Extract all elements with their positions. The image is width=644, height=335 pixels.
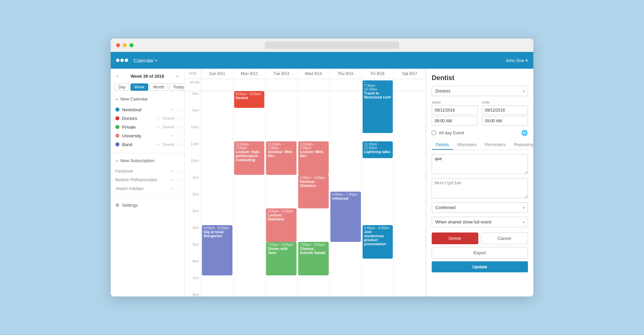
event-lecture-webdev[interactable]: 11:00am - 1:00pm Lecture: Web Dev — [298, 141, 329, 175]
day-view-button[interactable]: Day — [115, 83, 129, 91]
tab-repeating[interactable]: Repeating — [510, 140, 533, 150]
maximize-dot[interactable] — [129, 43, 133, 47]
update-button[interactable]: Update — [432, 261, 528, 272]
share-icon-band: ⤷ — [157, 142, 160, 147]
dates-row: starts ends — [432, 100, 528, 126]
month-view-button[interactable]: Month — [150, 83, 168, 91]
allday-checkbox[interactable] — [432, 131, 436, 135]
calendar-item-band[interactable]: Band ⤷ Shared ··· — [111, 140, 184, 149]
col-header-sat: Sat 9/17 — [394, 69, 426, 79]
share-icon-berliner: ⤷ — [171, 178, 174, 182]
calendar-name-university: University — [122, 133, 168, 138]
calendar-item-private[interactable]: Private ⤷ Shared ··· — [111, 123, 184, 131]
event-dinner[interactable]: 7:00pm - 9:00pm Dinner with Jane — [266, 242, 297, 275]
event-description-input[interactable]: qwe — [432, 154, 528, 174]
event-product[interactable]: 6:00pm - 8:00pm Join mysterious product … — [363, 225, 393, 259]
more-icon-jewish[interactable]: ··· — [177, 186, 181, 191]
delete-button[interactable]: Delete — [432, 232, 478, 244]
shared-select[interactable]: When shared show full event When shared … — [432, 217, 528, 227]
more-icon-facebook[interactable]: ··· — [177, 169, 181, 174]
minimize-dot[interactable] — [123, 43, 127, 47]
event-cinema[interactable]: 7:00pm - 9:00pm Cinema: Suicide Squad — [298, 242, 329, 275]
calendar-item-university[interactable]: University ⤷ ··· — [111, 131, 184, 140]
status-select[interactable]: Confirmed Tentative Cancelled — [432, 202, 528, 213]
more-icon-band[interactable]: ··· — [177, 142, 181, 147]
logo-circle-2 — [120, 59, 124, 62]
gear-icon: ⚙ — [115, 203, 119, 208]
event-dinner-title: Dinner with Jane — [268, 247, 295, 255]
event-lightning[interactable]: 11:00am - 12:00pm Lightning talks — [363, 141, 393, 158]
plus-icon: + — [115, 96, 118, 102]
end-date-input[interactable] — [482, 106, 528, 115]
event-seminar-webdev[interactable]: 11:00am - 1:00pm Seminar: Web Dev — [266, 141, 297, 175]
tab-reminders[interactable]: Reminders — [481, 140, 510, 150]
event-rehearsal[interactable]: 4:00pm - 7:00pm rehearsal — [330, 192, 361, 242]
event-dentist[interactable]: 8:00am - 9:00am Dentist — [234, 91, 265, 108]
tab-details[interactable]: Details — [432, 140, 453, 150]
export-button[interactable]: Export — [432, 247, 528, 259]
more-icon-berliner[interactable]: ··· — [177, 177, 181, 183]
app-name[interactable]: Calendar ▾ — [133, 58, 157, 63]
calendar-dot-university — [115, 134, 119, 138]
event-lecture-stats[interactable]: 3:00pm - 5:00pm Lecture: Statistics — [266, 208, 297, 242]
calendar-grid: W38 Sun 9/11 Mon 9/12 Tue 9/13 Wed 9/14 … — [184, 69, 426, 296]
event-seminar-stats-title: Seminar: Statistics — [300, 180, 327, 188]
tab-attendees[interactable]: Attendees — [453, 140, 481, 150]
new-subscription-button[interactable]: + New Subscription — [111, 156, 184, 165]
prev-week-button[interactable]: ‹ — [115, 73, 120, 79]
user-menu[interactable]: John Doe ▾ — [505, 58, 528, 63]
calendar-name-band: Band — [122, 142, 154, 147]
calendar-header: W38 Sun 9/11 Mon 9/12 Tue 9/13 Wed 9/14 … — [184, 69, 426, 79]
user-label: John Doe — [505, 58, 524, 63]
event-travel[interactable]: 7:30am - 10:30am Travel to Nextcloud con… — [363, 83, 393, 133]
event-lecture-hpc-title: Lecture: high-performance Computing — [236, 150, 263, 162]
col-header-wed: Wed 9/14 — [298, 69, 330, 79]
panel-tabs: Details Attendees Reminders Repeating — [432, 140, 528, 150]
allday-label: all-day — [184, 79, 201, 91]
sidebar-divider-1 — [111, 153, 184, 153]
col-header-thu: Thu 9/15 — [330, 69, 362, 79]
calendar-select-wrapper: Doctors Nextcloud Private University Ban… — [432, 86, 528, 96]
more-icon-nextcloud[interactable]: ··· — [177, 107, 181, 112]
calendar-item-nextcloud[interactable]: Nextcloud ⤷ ··· — [111, 105, 184, 114]
settings-button[interactable]: ⚙ Settings — [111, 200, 184, 210]
day-col-thu: 4:00pm - 7:00pm rehearsal — [330, 91, 362, 296]
user-caret-icon: ▾ — [526, 58, 528, 63]
start-date-input[interactable] — [432, 106, 478, 115]
event-rehearsal-title: rehearsal — [332, 196, 359, 200]
event-seminar-stats[interactable]: 1:00pm - 3:00pm Seminar: Statistics — [298, 175, 329, 208]
sidebar-divider-2 — [111, 197, 184, 197]
more-icon-doctors[interactable]: ··· — [177, 116, 181, 121]
calendars-list: Nextcloud ⤷ ··· Doctors ⤷ Shared ··· Pri… — [111, 104, 184, 150]
new-calendar-button[interactable]: + New Calendar — [111, 94, 184, 104]
delete-cancel-row: Delete Cancel — [432, 232, 528, 244]
subscription-item-facebook[interactable]: Facebook ⤷ ··· — [111, 167, 184, 176]
subscription-item-berliner[interactable]: Berliner Philharmoniker ⤷ ··· — [111, 176, 184, 184]
col-header-mon: Mon 9/12 — [233, 69, 266, 79]
week-view-button[interactable]: Week — [130, 83, 148, 91]
calendar-item-doctors[interactable]: Doctors ⤷ Shared ··· — [111, 114, 184, 123]
view-buttons: Day Week Month Today — [111, 82, 184, 94]
time-label-9am: 9am — [184, 108, 201, 125]
subscription-item-jewish[interactable]: Jewish holidays ⤷ ··· — [111, 184, 184, 193]
allday-cell-wed — [298, 79, 330, 91]
plus-subscription-icon: + — [115, 158, 118, 163]
status-select-wrapper: Confirmed Tentative Cancelled ▾ — [432, 202, 528, 213]
today-button[interactable]: Today — [169, 83, 184, 91]
share-icon-doctors: ⤷ — [157, 116, 160, 121]
calendar-select[interactable]: Doctors Nextcloud Private University Ban… — [432, 86, 528, 96]
shared-label-private: Shared — [162, 125, 174, 129]
close-dot[interactable] — [116, 43, 120, 47]
globe-icon[interactable]: 🌐 — [521, 130, 528, 136]
mini-cal-header: ‹ Week 38 of 2016 › — [111, 73, 184, 82]
main-layout: ‹ Week 38 of 2016 › Day Week Month Today… — [111, 69, 533, 296]
more-icon-private[interactable]: ··· — [177, 124, 181, 130]
end-time-input[interactable] — [482, 116, 528, 126]
start-time-input[interactable] — [432, 116, 478, 126]
event-lecture-hpc[interactable]: 11:00am - 1:00pm Lecture: high-performan… — [234, 141, 265, 175]
cancel-button[interactable]: Cancel — [481, 232, 528, 244]
event-gig[interactable]: 6:00pm - 9:00pm Gig at local Biergarten — [202, 225, 232, 275]
next-week-button[interactable]: › — [174, 73, 180, 79]
event-description-placeholder[interactable] — [432, 178, 528, 198]
more-icon-university[interactable]: ··· — [177, 133, 181, 138]
